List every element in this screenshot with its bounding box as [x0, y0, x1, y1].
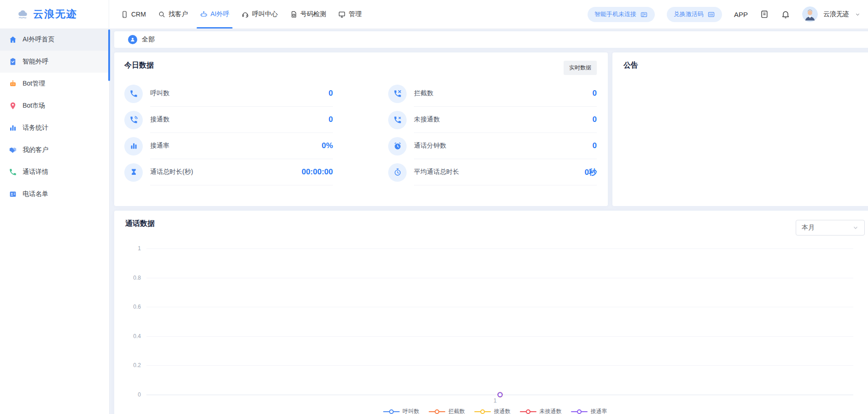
- sidebar-item-label: 话务统计: [23, 124, 48, 132]
- date-range-select[interactable]: 本月: [796, 220, 865, 236]
- legend-item-呼叫数[interactable]: 呼叫数: [383, 408, 419, 414]
- robot-solid-icon: [9, 80, 17, 88]
- y-tick-label: 0.6: [133, 304, 141, 310]
- y-tick-label: 1: [138, 245, 141, 252]
- avatar[interactable]: [802, 6, 818, 22]
- stat-value: 0: [329, 115, 333, 124]
- sidebar-item-smart-outbound[interactable]: 智能外呼: [0, 51, 109, 73]
- y-tick-label: 0: [138, 391, 141, 398]
- sidebar-item-my-customers[interactable]: 我的客户: [0, 139, 109, 161]
- notification-bell-icon[interactable]: [781, 10, 790, 19]
- nav-item-label: CRM: [131, 11, 146, 18]
- stat-label: 平均通话总时长: [414, 168, 459, 176]
- y-tick-label: 0.4: [133, 333, 141, 339]
- y-axis-labels: 00.20.40.60.81: [125, 248, 141, 395]
- document-icon[interactable]: [760, 10, 769, 19]
- main-nav: CRM找客户AI外呼呼叫中心号码检测管理: [115, 0, 367, 29]
- stat-label: 呼叫数: [150, 89, 169, 98]
- gridline: [146, 278, 853, 278]
- nav-item-crm[interactable]: CRM: [117, 0, 149, 29]
- robot-icon: [200, 11, 208, 18]
- today-stats-grid: 呼叫数0接通数0接通率0%通话总时长(秒)00:00:00拦截数0未接通数0通话…: [124, 80, 597, 185]
- sidebar-item-label: 电话名单: [23, 190, 48, 198]
- legend-item-接通率[interactable]: 接通率: [571, 408, 607, 414]
- redeem-code-label: 兑换激活码: [674, 10, 704, 18]
- main-content: 全部 今日数据 实时数据 呼叫数0接通数0接通率0%通话总时长(秒)00:00:…: [110, 29, 868, 414]
- stat-value: 0: [593, 141, 597, 150]
- nav-item-number-check[interactable]: 号码检测: [286, 0, 329, 29]
- brand-name: 云浪无迹: [33, 7, 77, 21]
- legend-item-未接通数[interactable]: 未接通数: [520, 408, 562, 414]
- stat-total-duration: 通话总时长(秒)00:00:00: [124, 159, 333, 185]
- legend-label: 未接通数: [540, 408, 562, 414]
- clipboard-icon: [9, 58, 17, 66]
- chart-plot-area: [146, 248, 853, 395]
- today-data-title: 今日数据: [124, 61, 154, 70]
- stat-missed: 未接通数0: [388, 107, 597, 133]
- brand-logo[interactable]: 云浪无迹: [0, 0, 109, 29]
- stat-label: 接通率: [150, 142, 169, 150]
- stat-minutes: 通话分钟数0: [388, 133, 597, 159]
- phone-solid-icon: [9, 168, 17, 176]
- header-right: 智能手机未连接 兑换激活码 APP 云浪无迹: [588, 0, 868, 29]
- home-icon: [9, 35, 17, 44]
- stat-timer-icon: [388, 163, 407, 182]
- sidebar-item-bot-manage[interactable]: Bot管理: [0, 73, 109, 95]
- legend-item-接通数[interactable]: 接通数: [474, 408, 511, 414]
- app-link[interactable]: APP: [734, 11, 748, 18]
- sidebar-item-label: 通话详情: [23, 168, 48, 176]
- select-chevron-down-icon: [852, 224, 859, 231]
- chart-bars-icon: [9, 124, 17, 132]
- x-tick-label: 1: [494, 397, 497, 404]
- chevron-down-icon[interactable]: [855, 12, 861, 17]
- legend-label: 拦截数: [449, 408, 465, 414]
- nav-item-admin[interactable]: 管理: [335, 0, 365, 29]
- stat-value: 0: [593, 115, 597, 124]
- stat-value: 00:00:00: [302, 167, 333, 177]
- stat-calls: 呼叫数0: [124, 80, 333, 107]
- sidebar-item-label: 我的客户: [23, 146, 48, 154]
- gridline: [146, 248, 853, 249]
- y-tick-label: 0.8: [133, 275, 141, 281]
- sidebar-item-label: Bot管理: [23, 80, 45, 88]
- nav-item-call-center[interactable]: 呼叫中心: [238, 0, 281, 29]
- stat-phone-miss-icon: [388, 111, 407, 129]
- stat-phone-icon: [124, 85, 143, 103]
- stat-value: 0: [329, 89, 333, 98]
- data-point-接通率: [497, 392, 502, 397]
- legend-marker: [571, 409, 588, 414]
- legend-label: 呼叫数: [403, 408, 419, 414]
- brand-logo-icon: [17, 8, 29, 20]
- sidebar-item-ai-home[interactable]: AI外呼首页: [0, 29, 109, 51]
- stat-avg-duration: 平均通话总时长0秒: [388, 159, 597, 185]
- stat-value: 0: [593, 89, 597, 98]
- mobile-icon: [121, 11, 128, 18]
- sidebar-item-label: AI外呼首页: [23, 35, 54, 44]
- pin-icon: [9, 102, 17, 110]
- stat-connect-rate: 接通率0%: [124, 133, 333, 159]
- filter-label: 全部: [142, 35, 155, 44]
- realtime-data-button[interactable]: 实时数据: [564, 61, 597, 75]
- today-data-card: 今日数据 实时数据 呼叫数0接通数0接通率0%通话总时长(秒)00:00:00拦…: [114, 52, 608, 206]
- nav-item-ai-outbound[interactable]: AI外呼: [197, 0, 233, 29]
- user-name[interactable]: 云浪无迹: [823, 10, 849, 18]
- stat-value: 0%: [321, 141, 333, 150]
- sidebar-item-call-details[interactable]: 通话详情: [0, 161, 109, 183]
- legend-item-拦截数[interactable]: 拦截数: [429, 408, 465, 414]
- notice-card: 公告: [612, 52, 868, 206]
- scrollbar-thumb[interactable]: [108, 29, 110, 81]
- nav-item-label: 管理: [349, 10, 361, 18]
- legend-marker: [383, 409, 400, 414]
- call-data-title: 通话数据: [125, 219, 155, 227]
- smartphone-connect-button[interactable]: 智能手机未连接: [588, 7, 655, 22]
- legend-marker: [520, 409, 536, 414]
- sidebar-item-phone-list[interactable]: 电话名单: [0, 183, 109, 205]
- filter-bar-all[interactable]: 全部: [114, 31, 868, 48]
- deskphone-icon: [640, 11, 648, 18]
- sidebar-item-bot-market[interactable]: Bot市场: [0, 95, 109, 117]
- redeem-code-button[interactable]: 兑换激活码: [667, 7, 722, 22]
- nav-item-find-customers[interactable]: 找客户: [155, 0, 191, 29]
- notice-title: 公告: [623, 61, 638, 69]
- sidebar-item-call-stats[interactable]: 话务统计: [0, 117, 109, 139]
- nav-item-label: 号码检测: [300, 10, 326, 18]
